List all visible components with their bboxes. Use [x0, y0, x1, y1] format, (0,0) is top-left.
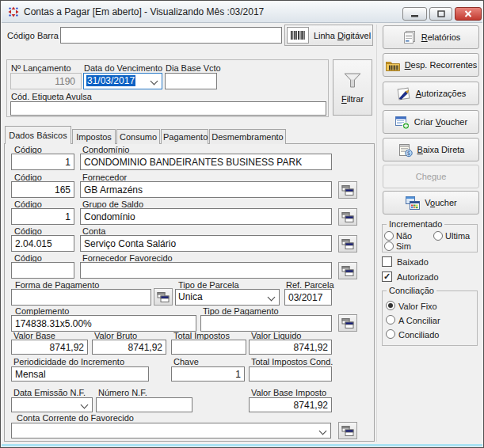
report-icon — [402, 30, 417, 45]
fornecedor-favorecido-input[interactable] — [80, 262, 332, 279]
svg-text:$: $ — [406, 150, 410, 157]
autorizacoes-button[interactable]: Autorizações — [383, 82, 479, 105]
conta-corrente-lookup-button[interactable] — [338, 422, 357, 439]
pen-icon — [396, 86, 412, 101]
window-title: Contas a Pagar [Em aberto] - Visualizand… — [24, 6, 264, 17]
maximize-button[interactable] — [429, 7, 452, 21]
valor-base-input[interactable] — [11, 340, 88, 355]
voucher-button[interactable]: Voucher — [383, 191, 479, 215]
tipo-parcela-combobox[interactable]: Unica — [175, 289, 280, 306]
tab-impostos[interactable]: Impostos — [72, 129, 116, 144]
tab-dados-basicos[interactable]: Dados Básicos — [5, 126, 71, 144]
total-impostos-cond-label: Total Impostos Cond. — [251, 357, 333, 366]
codigo-fornecedor-input[interactable] — [11, 181, 74, 198]
codigo-condominio-input[interactable] — [11, 154, 74, 170]
grupo-saldo-lookup-button[interactable] — [338, 208, 357, 226]
filtrar-label: Filtrar — [341, 94, 364, 104]
tab-desmembramento[interactable]: Desmembramento — [209, 129, 286, 144]
lookup-windows-icon — [157, 291, 170, 303]
lookup-windows-icon — [341, 265, 354, 277]
valor-base-imposto-input[interactable] — [249, 397, 332, 412]
chave-input[interactable] — [171, 366, 245, 382]
radio-conciliado[interactable] — [386, 329, 395, 339]
complemento-input[interactable] — [11, 315, 196, 332]
codigo-barra-input[interactable] — [60, 27, 282, 44]
forma-pagamento-lookup-button[interactable] — [154, 288, 173, 306]
radio-ultima-label: Ultima — [445, 231, 470, 241]
fornecedor-lookup-button[interactable] — [338, 181, 357, 199]
ref-parcela-input[interactable] — [284, 289, 332, 306]
grupo-saldo-input[interactable] — [80, 208, 332, 225]
desp-recorrentes-button[interactable]: Desp. Recorrentes — [383, 53, 479, 77]
close-icon — [464, 10, 472, 17]
chave-label: Chave — [173, 357, 199, 366]
codigo-barra-label: Código Barra — [7, 31, 59, 40]
numero-nf-label: Número N.F. — [98, 388, 147, 397]
lookup-windows-icon — [341, 317, 354, 329]
linha-digitavel-button[interactable]: Linha Digitável — [284, 25, 373, 46]
etiqueta-input[interactable] — [10, 101, 326, 116]
tab-pagamento[interactable]: Pagamento — [161, 129, 208, 144]
data-emissao-combobox[interactable] — [11, 397, 93, 412]
lookup-windows-icon — [341, 211, 354, 223]
periodicidade-input[interactable] — [11, 366, 149, 382]
fornecedor-favorecido-lookup-button[interactable] — [338, 262, 357, 279]
conta-lookup-button[interactable] — [338, 235, 357, 252]
desp-recorrentes-label: Desp. Recorrentes — [405, 60, 478, 70]
app-window: Contas a Pagar [Em aberto] - Visualizand… — [0, 0, 484, 448]
forma-pagamento-input[interactable] — [11, 289, 151, 306]
etiqueta-label: Cód. Etiqueta Avulsa — [11, 92, 92, 101]
total-impostos-input[interactable] — [171, 340, 246, 355]
condominio-input[interactable] — [80, 154, 332, 170]
tipo-pagamento-input[interactable] — [200, 315, 332, 332]
radio-nao[interactable] — [384, 231, 394, 241]
valor-base-imposto-label: Valor Base Imposto — [251, 388, 326, 397]
incrementado-title: Incrementado — [387, 219, 444, 229]
tab-consumo[interactable]: Consumo — [116, 129, 160, 144]
conta-corrente-label: Conta Corrente do Favorecido — [17, 413, 134, 423]
close-button[interactable] — [455, 7, 482, 21]
num-lancamento-label: Nº Lançamento — [11, 63, 71, 73]
dia-base-input[interactable] — [165, 73, 217, 89]
radio-a-conciliar[interactable] — [386, 315, 395, 325]
notepad-coin-icon: $ — [398, 142, 413, 158]
app-icon — [8, 6, 19, 17]
radio-ultima[interactable] — [433, 231, 443, 241]
fornecedor-input[interactable] — [80, 181, 332, 198]
total-impostos-cond-input[interactable] — [249, 366, 332, 382]
maximize-icon — [437, 10, 445, 17]
conta-input[interactable] — [80, 235, 332, 252]
tipo-pagamento-lookup-button[interactable] — [338, 314, 357, 332]
num-lancamento-input — [10, 73, 82, 89]
radio-a-conciliar-label: A Conciliar — [398, 316, 440, 325]
minimize-button[interactable] — [402, 7, 427, 21]
filtrar-button[interactable]: Filtrar — [333, 59, 372, 116]
baixado-label: Baixado — [397, 257, 429, 267]
data-emissao-label: Data Emissão N.F. — [13, 388, 86, 397]
autorizacoes-label: Autorizações — [416, 89, 467, 98]
radio-valor-fixo-label: Valor Fixo — [398, 302, 437, 311]
numero-nf-input[interactable] — [96, 397, 192, 412]
voucher-label: Voucher — [425, 198, 456, 207]
relatorios-button[interactable]: Relatórios — [383, 25, 479, 49]
voucher-windows-icon — [405, 196, 421, 211]
codigo-grupo-input[interactable] — [11, 208, 74, 225]
data-vencimento-combobox[interactable]: 31/03/2017 — [83, 73, 162, 89]
valor-liquido-input[interactable] — [249, 340, 332, 355]
relatorios-label: Relatórios — [421, 32, 461, 42]
baixado-checkbox[interactable] — [382, 256, 392, 267]
lookup-windows-icon — [341, 425, 354, 437]
autorizado-checkbox[interactable] — [382, 271, 392, 282]
conta-corrente-combobox[interactable] — [11, 423, 331, 439]
baixa-direta-button[interactable]: $ Baixa Direta — [383, 138, 479, 161]
codigo-favorecido-input[interactable] — [11, 262, 74, 279]
codigo-conta-input[interactable] — [11, 235, 74, 252]
criar-voucher-button[interactable]: Criar Voucher — [383, 110, 479, 134]
valor-bruto-input[interactable] — [92, 340, 166, 355]
radio-sim[interactable] — [384, 241, 394, 251]
radio-sim-label: Sim — [396, 241, 411, 251]
criar-voucher-label: Criar Voucher — [414, 117, 467, 127]
funnel-icon — [342, 72, 363, 89]
radio-valor-fixo[interactable] — [386, 301, 395, 310]
cheque-label: Cheque — [416, 172, 447, 181]
